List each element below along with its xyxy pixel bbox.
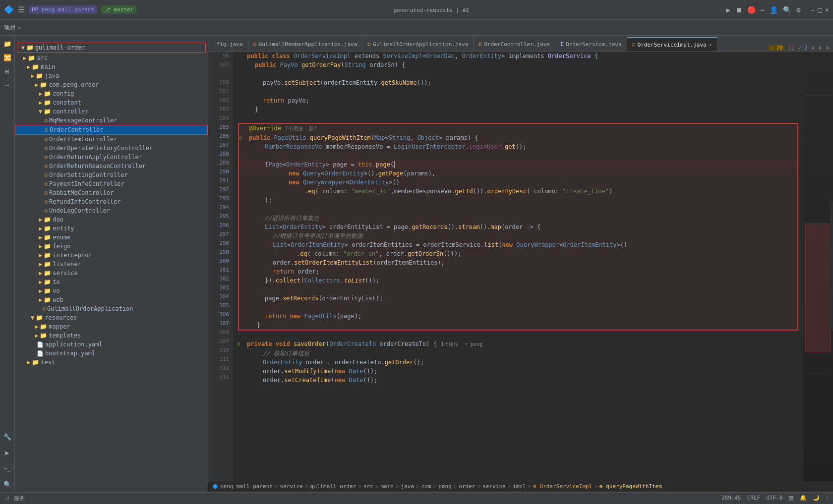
status-crlf[interactable]: CRLF: [747, 495, 761, 502]
tree-item-com-peng-order[interactable]: ▶ 📁 com.peng.order: [15, 80, 208, 89]
tree-item-order-setting[interactable]: © OrderSettingController: [15, 170, 208, 179]
tab-order-service[interactable]: I OrderService.java: [555, 37, 627, 51]
services-sidebar-icon[interactable]: 🔧: [1, 431, 13, 443]
tab-fig-java[interactable]: .fig.java: [208, 37, 248, 51]
project-sidebar-icon[interactable]: 📁: [1, 38, 13, 50]
tree-item-src[interactable]: ▶ 📁 src: [15, 54, 208, 62]
run-sidebar-icon[interactable]: ▶: [1, 447, 13, 458]
tree-item-vo[interactable]: ▶ 📁 vo: [15, 286, 208, 295]
highlighted-block: @Override1个用法 新* @ public PageUtils quer…: [238, 123, 798, 331]
code-content[interactable]: public class OrderServiceImpl extends Se…: [233, 52, 803, 481]
tree-item-enume[interactable]: ▶ 📁 enume: [15, 233, 208, 242]
tree-item-constant[interactable]: ▶ 📁 constant: [15, 98, 208, 107]
tree-item-gulimall-order[interactable]: ▼ 📁 gulimall-order: [17, 43, 206, 53]
breadcrumb-item-4[interactable]: main: [380, 483, 394, 490]
tab-gulimall-order-app[interactable]: © GulimallOrderApplication.java: [362, 37, 474, 51]
tab-close-icon[interactable]: ×: [709, 42, 712, 48]
line-num-310: 310: [212, 346, 229, 355]
tree-item-order-return-reason[interactable]: © OrderReturnReasonController: [15, 162, 208, 170]
minimize-button[interactable]: −: [811, 6, 815, 14]
tree-item-entity[interactable]: ▶ 📁 entity: [15, 224, 208, 233]
breadcrumb-item-0[interactable]: peng-mall-parent: [220, 483, 273, 490]
line-num-287: 287: [212, 141, 229, 150]
branch-badge[interactable]: ⎇ master: [101, 5, 136, 14]
line-num-292: 292: [212, 185, 229, 194]
tab-order-controller[interactable]: © OrderController.java: [474, 37, 555, 51]
structure-sidebar-icon[interactable]: ⊞: [1, 65, 13, 77]
tab-order-service-impl[interactable]: © OrderServiceImpl.java ×: [627, 37, 717, 51]
status-line-col[interactable]: 289:45: [721, 495, 741, 502]
status-lang[interactable]: 英: [788, 495, 794, 502]
tree-label-java: java: [45, 72, 59, 79]
tab-nav-down[interactable]: ∨: [819, 45, 822, 51]
breadcrumb-item-8[interactable]: order: [459, 483, 475, 490]
breadcrumb-item-3[interactable]: src: [363, 483, 373, 490]
tree-item-feign[interactable]: ▶ 📁 feign: [15, 242, 208, 251]
breadcrumb-item-7[interactable]: peng: [438, 483, 452, 490]
line-num-293: 293: [212, 194, 229, 203]
tree-label-undo-log: UndoLogController: [49, 207, 110, 214]
tree-item-order-operate-history[interactable]: © OrderOperateHistoryController: [15, 144, 208, 153]
maximize-button[interactable]: □: [818, 6, 822, 14]
debug-button[interactable]: 🔴: [747, 6, 756, 14]
tree-item-web[interactable]: ▶ 📁 web: [15, 295, 208, 304]
breadcrumb-item-10[interactable]: impl: [513, 483, 526, 490]
tab-nav-up[interactable]: ∧: [811, 45, 815, 51]
tree-item-bootstrap-yaml[interactable]: 📄 bootstrap.yaml: [15, 349, 208, 358]
minimap-line: [804, 137, 827, 138]
more-sidebar-icon[interactable]: ⋯: [1, 79, 13, 91]
tree-item-java[interactable]: ▶ 📁 java: [15, 71, 208, 80]
close-button[interactable]: ×: [825, 6, 829, 14]
tree-label-application-yaml: application.yaml: [45, 341, 103, 348]
tree-item-to[interactable]: ▶ 📁 to: [15, 278, 208, 286]
breadcrumb-item-6[interactable]: com: [421, 483, 431, 490]
tree-item-gulimall-order-app[interactable]: © GulimallOrderApplication: [15, 304, 208, 313]
tree-item-mapper[interactable]: ▶ 📁 mapper: [15, 322, 208, 331]
commit-sidebar-icon[interactable]: 🔀: [1, 52, 13, 63]
breadcrumb-item-2[interactable]: gulimall-order: [310, 483, 357, 490]
line-num-282: 282: [212, 96, 229, 105]
tree-item-payment-info[interactable]: © PaymentInfoController: [15, 179, 208, 188]
account-icon[interactable]: 👤: [770, 6, 778, 14]
code-line-296: List<OrderEntity> orderEntityList = page…: [239, 223, 797, 231]
more-run-button[interactable]: ⋯: [761, 6, 765, 14]
hamburger-icon[interactable]: ☰: [18, 5, 25, 14]
tree-item-main[interactable]: ▶ 📁 main: [15, 62, 208, 71]
tab-settings-icon[interactable]: ⚙: [826, 45, 829, 51]
tree-item-order-item-controller[interactable]: © OrderItemController: [15, 135, 208, 144]
tab-gulimall-member[interactable]: © GulimallMemberApplication.java: [248, 37, 363, 51]
tree-item-interceptor[interactable]: ▶ 📁 interceptor: [15, 251, 208, 260]
tree-item-order-return-apply[interactable]: © OrderReturnApplyController: [15, 153, 208, 162]
terminal-sidebar-icon[interactable]: >_: [1, 462, 13, 474]
toolbar-chevron[interactable]: ∨: [18, 25, 21, 30]
minimap-scrollbar[interactable]: [830, 202, 833, 331]
project-badge[interactable]: PP peng-mall-parent: [29, 5, 97, 14]
search-icon[interactable]: 🔍: [783, 6, 791, 14]
tree-item-mq-message-controller[interactable]: © MqMessageController: [15, 116, 208, 125]
run-button[interactable]: ▶: [726, 6, 730, 14]
tree-item-controller[interactable]: ▼ 📁 controller: [15, 107, 208, 116]
tree-item-config[interactable]: ▶ 📁 config: [15, 89, 208, 98]
code-line-309: @ private void saveOrder(OrderCreateTo o…: [237, 339, 799, 349]
tree-item-listener[interactable]: ▶ 📁 listener: [15, 260, 208, 269]
breadcrumb-item-11[interactable]: ⊙ OrderServiceImpl: [533, 483, 592, 490]
breadcrumb-item-9[interactable]: service: [482, 483, 505, 490]
tree-item-dao[interactable]: ▶ 📁 dao: [15, 215, 208, 224]
tree-item-order-controller[interactable]: © OrderController: [15, 125, 208, 135]
breadcrumb-item-12[interactable]: ⊕ queryPageWithItem: [599, 483, 662, 490]
tree-item-resources[interactable]: ▼ 📁 resources: [15, 313, 208, 322]
settings-icon[interactable]: ⚙: [796, 6, 800, 14]
tree-item-undo-log[interactable]: © UndoLogController: [15, 206, 208, 215]
tree-item-service[interactable]: ▶ 📁 service: [15, 269, 208, 278]
tree-item-application-yaml[interactable]: 📄 application.yaml: [15, 340, 208, 349]
tree-item-refund-info[interactable]: © RefundInfoController: [15, 197, 208, 206]
breadcrumb-item-5[interactable]: java: [401, 483, 415, 490]
title-bar-center: generated-requests | #2: [136, 6, 726, 13]
stop-button[interactable]: ⏹: [735, 6, 742, 14]
find-sidebar-icon[interactable]: 🔍: [1, 478, 13, 490]
tree-item-templates[interactable]: ▶ 📁 templates: [15, 331, 208, 340]
status-charset[interactable]: UTF-8: [766, 495, 782, 502]
tree-item-test[interactable]: ▶ 📁 test: [15, 358, 208, 367]
breadcrumb-item-1[interactable]: service: [280, 483, 303, 490]
tree-item-rabbit-mq[interactable]: © RabbitMqController: [15, 188, 208, 197]
